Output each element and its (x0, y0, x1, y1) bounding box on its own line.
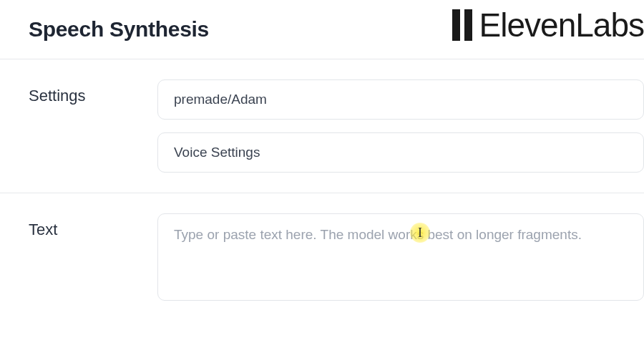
voice-settings-button[interactable]: Voice Settings (157, 132, 644, 173)
voice-select[interactable]: premade/Adam (157, 79, 644, 120)
brand-logo-text: ElevenLabs (479, 6, 644, 44)
settings-section: Settings premade/Adam Voice Settings (0, 59, 644, 193)
text-input[interactable] (174, 227, 628, 284)
settings-section-label: Settings (29, 79, 114, 105)
text-section-label: Text (29, 213, 114, 239)
header: Speech Synthesis ElevenLabs (0, 0, 644, 59)
text-section: Text I (0, 193, 644, 321)
brand-logo-icon (452, 9, 472, 41)
text-input-container: I (157, 213, 644, 301)
brand-logo: ElevenLabs (452, 6, 644, 44)
page-title: Speech Synthesis (29, 17, 209, 42)
